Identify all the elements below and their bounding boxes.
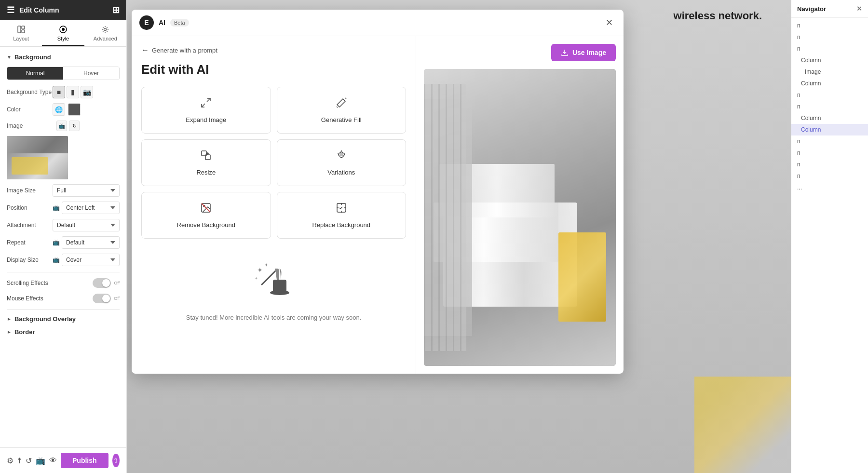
scrolling-off-label: Off [114,281,120,285]
tool-expand-image[interactable]: Expand Image [141,87,271,134]
ai-label: AI [159,19,165,27]
state-normal[interactable]: Normal [7,67,63,80]
nav-item-n8[interactable]: n [791,159,868,170]
publish-button[interactable]: Publish [61,453,108,468]
bg-type-gradient[interactable]: ▮ [67,86,79,98]
tab-advanced[interactable]: Advanced [84,20,126,46]
undo-icon[interactable]: ↺ [26,456,32,465]
remove-bg-label: Remove Background [177,221,235,229]
mouse-effects-toggle[interactable] [93,294,111,303]
state-hover[interactable]: Hover [63,67,119,80]
panel-footer: ⚙ ☨ ↺ 📺 👁 Publish ⇧ [0,447,126,473]
nav-item-n7[interactable]: n [791,147,868,159]
main-canvas: wireless network. E AI Beta ✕ ← Generate… [127,0,791,473]
replace-bg-icon [336,202,347,216]
color-swatch: 🌐 [53,103,120,116]
eye-icon[interactable]: 👁 [49,456,57,465]
mouse-effects-label: Mouse Effects [7,295,93,302]
bg-type-image[interactable]: 📷 [81,86,93,98]
toggle-knob [102,279,110,287]
tab-style[interactable]: Style [42,20,84,46]
image-label: Image [7,122,53,129]
image-thumbnail[interactable] [7,136,68,179]
expand-icon [200,97,212,111]
overlay-arrow: ► [7,316,12,322]
coming-soon-area: ✦ ✦ ✦ [141,248,406,337]
position-label: Position [7,204,53,211]
svg-line-9 [337,107,338,108]
image-size-select-wrap: FullCustomAuto [53,184,120,197]
border-label: Border [14,328,35,336]
tool-resize[interactable]: Resize [141,139,271,186]
expand-image-label: Expand Image [186,116,226,123]
nav-item-more[interactable]: ... [791,182,868,193]
nav-item-n6[interactable]: n [791,135,868,147]
navigator-header: Navigator ✕ [791,0,868,18]
grid-icon[interactable]: ⊞ [112,5,120,15]
tab-style-label: Style [57,36,69,41]
magic-hat-icon: ✦ ✦ ✦ [255,263,293,307]
attachment-select[interactable]: DefaultFixedScroll [53,219,120,231]
bg-type-color[interactable]: ■ [53,86,65,98]
tool-generative-fill[interactable]: Generative Fill [277,87,407,134]
thumbnail-image [7,136,68,179]
coming-soon-text: Stay tuned! More incredible AI tools are… [186,313,361,323]
display-size-select[interactable]: CoverAutoContain [62,254,120,266]
background-section-header[interactable]: ▼ Background [7,54,120,61]
nav-item-col4[interactable]: Column [791,124,868,135]
tab-layout[interactable]: Layout [0,20,42,46]
bg-overlay-label: Background Overlay [14,315,76,323]
use-image-button[interactable]: Use Image [551,44,616,61]
nav-item-col3[interactable]: Column [791,112,868,124]
nav-item-col1[interactable]: Column [791,54,868,66]
generative-fill-label: Generative Fill [321,116,362,123]
back-link[interactable]: ← Generate with a prompt [141,46,406,54]
nav-item-n5[interactable]: n [791,101,868,112]
svg-line-7 [202,104,205,107]
display-icon[interactable]: 📺 [36,456,45,465]
background-label: Background [14,54,51,61]
mouse-off-label: Off [114,296,120,301]
position-monitor-icon: 📺 [53,204,60,211]
nav-item-n3[interactable]: n [791,43,868,54]
tool-remove-background[interactable]: Remove Background [141,192,271,239]
nav-item-n4[interactable]: n [791,89,868,101]
layout-icon [17,25,26,34]
nav-item-n9[interactable]: n [791,170,868,182]
globe-button[interactable]: 🌐 [53,103,65,116]
repeat-row: Repeat 📺 DefaultNo RepeatRepeat [7,236,120,249]
nav-item-col2[interactable]: Column [791,78,868,89]
settings-icon[interactable]: ⚙ [7,456,14,465]
nav-item-n2[interactable]: n [791,31,868,43]
border-header[interactable]: ► Border [7,328,120,336]
navigator-close[interactable]: ✕ [856,5,862,13]
repeat-wrap: 📺 DefaultNo RepeatRepeat [53,236,120,249]
nav-item-n1[interactable]: n [791,20,868,31]
navigator-items: n n n Column Image Column n n Column Col… [791,18,868,473]
nav-item-img1[interactable]: Image [791,66,868,78]
image-size-select[interactable]: FullCustomAuto [53,184,120,197]
resize-label: Resize [196,169,216,176]
ai-modal-header: E AI Beta ✕ [132,10,624,36]
tool-replace-background[interactable]: Replace Background [277,192,407,239]
tool-variations[interactable]: Variations [277,139,407,186]
position-select[interactable]: Center LeftCenter CenterCenter Right [62,202,120,214]
menu-icon[interactable]: ☰ [7,5,14,15]
background-arrow: ▼ [7,54,12,60]
image-sync-icon[interactable]: ↻ [69,121,80,131]
position-row: Position 📺 Center LeftCenter CenterCente… [7,202,120,214]
right-panel: Navigator ✕ n n n Column Image Column n … [791,0,868,473]
bg-type-row: Background Type ■ ▮ 📷 [7,86,120,98]
repeat-select[interactable]: DefaultNo RepeatRepeat [62,236,120,249]
modal-close-button[interactable]: ✕ [602,16,616,29]
variations-icon [336,149,347,164]
color-picker[interactable] [68,103,81,116]
history-icon[interactable]: ☨ [17,456,22,465]
bg-overlay-header[interactable]: ► Background Overlay [7,315,120,323]
scrolling-effects-toggle[interactable] [93,278,111,288]
image-monitor-icon[interactable]: 📺 [56,121,67,131]
upgrade-arrow[interactable]: ⇧ [112,454,120,467]
divider-2 [7,309,120,310]
remove-bg-icon [200,202,212,216]
image-row: Image 📺 ↻ [7,121,120,131]
